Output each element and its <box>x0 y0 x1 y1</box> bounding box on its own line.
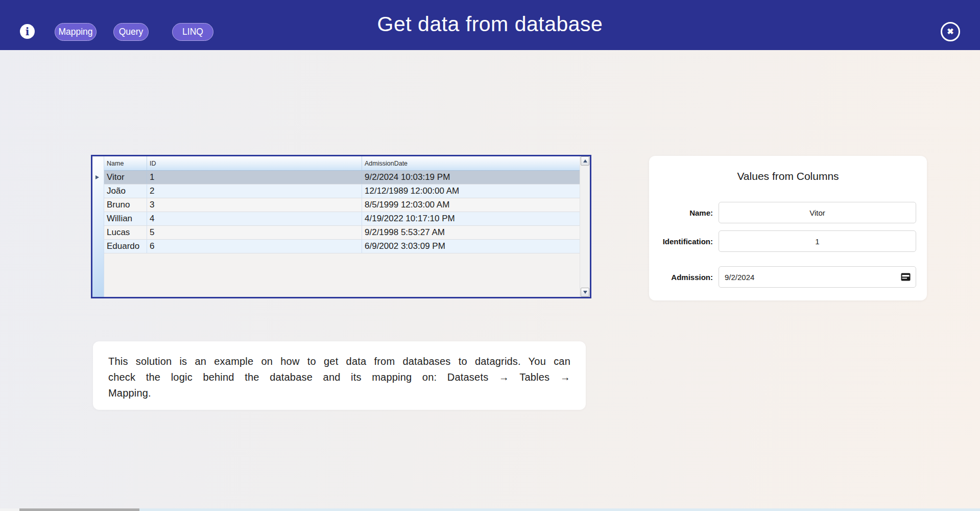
table-row[interactable]: Eduardo 6 6/9/2002 3:03:09 PM <box>104 240 580 253</box>
page-title: Get data from database <box>0 12 980 36</box>
cell-id[interactable]: 4 <box>147 212 362 225</box>
cell-admissiondate[interactable]: 6/9/2002 3:03:09 PM <box>362 240 580 253</box>
cell-admissiondate[interactable]: 4/19/2022 10:17:10 PM <box>362 212 580 225</box>
description-text-line: check the logic behind the database and … <box>108 369 570 385</box>
datagrid: Name ID AdmissionDate Vitor 1 9/2/2024 1… <box>91 155 591 298</box>
grid-vertical-scrollbar[interactable] <box>580 156 590 297</box>
grid-body: Vitor 1 9/2/2024 10:03:19 PM João 2 12/1… <box>104 171 580 253</box>
current-row-arrow-icon <box>95 175 99 179</box>
cell-admissiondate[interactable]: 8/5/1999 12:03:00 AM <box>362 198 580 212</box>
cell-name[interactable]: João <box>104 184 147 198</box>
values-panel: Values from Columns Name: Identification… <box>649 156 927 300</box>
calendar-icon[interactable] <box>901 273 911 281</box>
cell-admissiondate[interactable]: 9/2/1998 5:53:27 AM <box>362 226 580 239</box>
table-row[interactable]: João 2 12/12/1989 12:00:00 AM <box>104 184 580 198</box>
name-field-row: Name: <box>649 202 927 223</box>
column-header-admissiondate[interactable]: AdmissionDate <box>362 156 580 170</box>
name-label: Name: <box>649 208 713 217</box>
column-header-id[interactable]: ID <box>147 156 362 170</box>
column-header-name[interactable]: Name <box>104 156 147 170</box>
admission-field-row: Admission: <box>649 266 927 288</box>
scrollbar-thumb[interactable] <box>19 508 139 511</box>
scrollbar-track-gap <box>0 508 19 511</box>
close-button[interactable]: ✖ <box>941 22 960 41</box>
cell-id[interactable]: 6 <box>147 240 362 253</box>
cell-name[interactable]: Lucas <box>104 226 147 239</box>
description-text-line: This solution is an example on how to ge… <box>108 354 570 369</box>
cell-admissiondate[interactable]: 12/12/1989 12:00:00 AM <box>362 184 580 198</box>
cell-admissiondate[interactable]: 9/2/2024 10:03:19 PM <box>362 171 580 184</box>
page-horizontal-scrollbar[interactable] <box>0 508 980 511</box>
row-header-strip <box>92 156 104 297</box>
identification-field[interactable] <box>719 230 916 252</box>
cell-id[interactable]: 2 <box>147 184 362 198</box>
table-row[interactable]: Willian 4 4/19/2022 10:17:10 PM <box>104 212 580 226</box>
admission-date-field[interactable] <box>719 266 916 288</box>
cell-name[interactable]: Willian <box>104 212 147 225</box>
arrow-down-icon <box>583 291 587 294</box>
grid-header-row: Name ID AdmissionDate <box>104 156 580 171</box>
identification-label: Identification: <box>649 237 713 246</box>
table-row[interactable]: Bruno 3 8/5/1999 12:03:00 AM <box>104 198 580 212</box>
header-bar: i Mapping Query LINQ Get data from datab… <box>0 0 980 50</box>
arrow-up-icon <box>583 159 587 162</box>
close-icon: ✖ <box>947 28 953 36</box>
identification-field-row: Identification: <box>649 230 927 252</box>
table-row[interactable]: Vitor 1 9/2/2024 10:03:19 PM <box>104 171 580 184</box>
table-row[interactable]: Lucas 5 9/2/1998 5:53:27 AM <box>104 226 580 240</box>
cell-id[interactable]: 1 <box>147 171 362 184</box>
cell-name[interactable]: Bruno <box>104 198 147 212</box>
admission-label: Admission: <box>649 273 713 282</box>
description-text-line: Mapping. <box>108 385 570 401</box>
cell-name[interactable]: Vitor <box>104 171 147 184</box>
values-panel-title: Values from Columns <box>649 170 927 182</box>
cell-id[interactable]: 3 <box>147 198 362 212</box>
scroll-down-button[interactable] <box>581 288 589 297</box>
cell-name[interactable]: Eduardo <box>104 240 147 253</box>
cell-id[interactable]: 5 <box>147 226 362 239</box>
description-card: This solution is an example on how to ge… <box>93 341 586 410</box>
scroll-up-button[interactable] <box>581 156 589 166</box>
name-field[interactable] <box>719 202 916 223</box>
